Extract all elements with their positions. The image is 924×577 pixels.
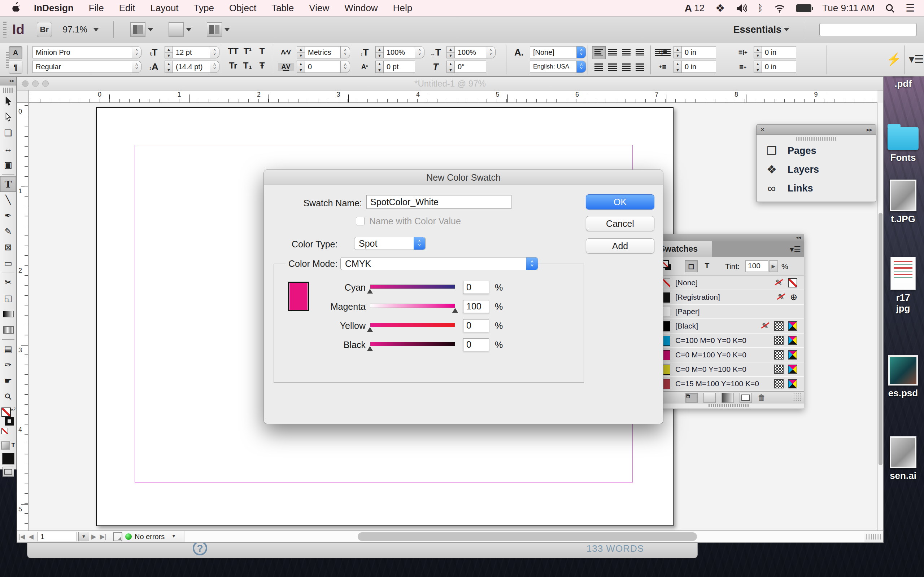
slider-thumb[interactable]	[452, 308, 458, 313]
slider-thumb[interactable]	[367, 346, 373, 351]
document-titlebar[interactable]: *Untitled-1 @ 97%	[17, 77, 883, 90]
small-caps-button[interactable]: Tr	[226, 61, 241, 71]
ruler-origin-corner[interactable]	[17, 90, 29, 103]
menu-help[interactable]: Help	[393, 3, 412, 13]
nav-item-layers[interactable]: ❖Layers	[756, 160, 876, 179]
tracking-field[interactable]: 0	[305, 61, 341, 73]
leading-mini-stepper[interactable]: ▲▼	[165, 61, 173, 73]
page-number-field[interactable]: 1	[37, 532, 77, 541]
last-page-button[interactable]: ▶|	[99, 533, 108, 541]
type-tool[interactable]: T	[0, 176, 16, 192]
pen-tool[interactable]: ✒	[0, 208, 16, 224]
tint-field[interactable]: 100	[745, 260, 769, 272]
right-indent-field[interactable]: 0 in	[762, 46, 796, 58]
horizontal-scroll-thumb[interactable]	[358, 532, 697, 541]
swatch-row[interactable]: [Black]✎	[654, 319, 804, 334]
baseline-shift-mini[interactable]: ▲▼	[375, 61, 383, 73]
default-fill-stroke-icon[interactable]	[2, 428, 8, 434]
vertical-scale-field[interactable]: 100%	[383, 46, 415, 58]
slider-thumb[interactable]	[367, 289, 373, 293]
zoom-dropdown-arrow[interactable]	[93, 28, 99, 31]
battery-icon[interactable]	[796, 4, 811, 12]
pencil-tool[interactable]: ✎	[0, 224, 16, 239]
swatches-resize-grip[interactable]	[793, 393, 802, 402]
preflight-icon[interactable]	[113, 532, 122, 541]
show-color-swatches-button[interactable]	[703, 393, 716, 403]
slider-value-field[interactable]: 0	[463, 338, 489, 351]
superscript-button[interactable]: T¹	[241, 46, 255, 56]
kerning-pill[interactable]: ˄˅	[341, 46, 350, 58]
character-formatting-toggle[interactable]: A	[9, 46, 23, 59]
rectangle-tool[interactable]: ▭	[0, 255, 16, 271]
vertical-scale-pill[interactable]: ˄˅	[415, 46, 425, 58]
font-style-stepper[interactable]: ˄˅	[132, 61, 142, 73]
menu-view[interactable]: View	[309, 3, 329, 13]
wifi-icon[interactable]	[774, 4, 785, 13]
menu-layout[interactable]: Layout	[150, 3, 179, 13]
bluetooth-icon[interactable]: ᛒ	[758, 3, 763, 14]
menu-table[interactable]: Table	[271, 3, 294, 13]
tracking-mini-stepper[interactable]: ▲▼	[297, 61, 305, 73]
menu-type[interactable]: Type	[194, 3, 214, 13]
view-options-button[interactable]	[130, 23, 145, 37]
add-button[interactable]: Add	[586, 239, 654, 253]
arrange-documents-button[interactable]	[207, 23, 222, 37]
underline-button[interactable]: T	[255, 46, 269, 56]
kerning-field[interactable]: Metrics	[305, 46, 341, 58]
tracking-pill[interactable]: ˄˅	[341, 61, 350, 73]
window-resize-grip[interactable]	[866, 534, 882, 540]
swatches-drag-dots[interactable]	[709, 404, 750, 407]
menu-file[interactable]: File	[89, 3, 104, 13]
font-size-mini-stepper[interactable]: ▲▼	[165, 46, 173, 58]
notification-center-icon[interactable]: ☰	[906, 2, 914, 14]
formatting-affects-text-button[interactable]: T	[11, 442, 15, 449]
screen-mode-arrow[interactable]	[186, 28, 192, 31]
swatch-row[interactable]: C=0 M=100 Y=0 K=0	[654, 348, 804, 363]
font-style-field[interactable]: Regular	[32, 61, 132, 73]
eyedropper-tool[interactable]: ✑	[0, 357, 16, 373]
font-family-field[interactable]: Minion Pro	[32, 46, 132, 58]
workspace-switcher[interactable]: Essentials	[733, 24, 782, 35]
next-page-button[interactable]: ▶	[89, 533, 99, 541]
swatch-row[interactable]: C=0 M=0 Y=100 K=0	[654, 363, 804, 377]
swatch-row[interactable]: [Paper]	[654, 305, 804, 319]
desktop-icon-tJPG[interactable]: t.JPG	[883, 180, 923, 224]
slider-value-field[interactable]: 100	[463, 300, 489, 313]
horizontal-scale-field[interactable]: 100%	[454, 46, 486, 58]
workspace-arrow[interactable]	[783, 28, 789, 31]
language-field[interactable]: English: USA	[530, 61, 577, 73]
kerning-mini-stepper[interactable]: ▲▼	[297, 46, 305, 58]
character-style-pill[interactable]: ˄˅	[577, 46, 586, 58]
bridge-button[interactable]: Br	[37, 22, 52, 37]
formatting-text-button[interactable]: T	[701, 260, 714, 272]
vertical-ruler[interactable]: 012345	[17, 103, 29, 530]
zoom-tool[interactable]: ⚲	[0, 389, 16, 405]
skew-field[interactable]: 0°	[454, 61, 486, 73]
previous-page-button[interactable]: ◀	[26, 533, 36, 541]
tools-drag-handle[interactable]	[3, 88, 13, 93]
horizontal-ruler[interactable]: 0123456789	[29, 90, 877, 103]
slider-track-cyan[interactable]	[370, 285, 455, 289]
gap-tool[interactable]: ↔	[0, 141, 16, 157]
arrange-documents-arrow[interactable]	[224, 28, 230, 31]
justify-all-button[interactable]	[619, 61, 633, 74]
preflight-status-label[interactable]: No errors	[135, 533, 165, 541]
cancel-button[interactable]: Cancel	[586, 216, 654, 231]
volume-icon[interactable]	[736, 4, 747, 13]
slider-track-black[interactable]	[370, 342, 455, 346]
hand-tool[interactable]: ☛	[0, 373, 16, 389]
note-tool[interactable]: ▤	[0, 341, 16, 357]
menu-indesign[interactable]: InDesign	[34, 3, 74, 13]
dropbox-icon[interactable]: ❖	[716, 2, 725, 15]
color-type-dropdown[interactable]: Spot ˄˅	[354, 237, 426, 250]
character-style-field[interactable]: [None]	[530, 46, 577, 58]
apple-menu-icon[interactable]	[12, 2, 20, 14]
strikethrough-button[interactable]: Ŧ	[255, 61, 269, 71]
align-left-button[interactable]	[592, 46, 606, 59]
zoom-level-control[interactable]: 97.1%	[63, 24, 87, 35]
nav-item-links[interactable]: ∞Links	[756, 179, 876, 198]
slider-value-field[interactable]: 0	[463, 281, 489, 294]
preflight-menu-arrow[interactable]: ▼	[168, 532, 179, 541]
leading-pill[interactable]: ˄˅	[210, 61, 220, 73]
formatting-affects-container-button[interactable]	[2, 442, 10, 449]
